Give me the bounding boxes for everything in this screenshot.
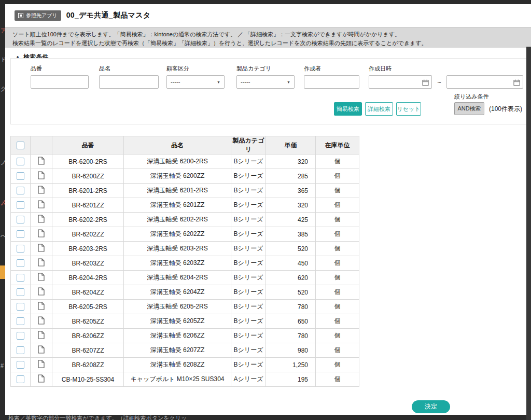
customer-category-select[interactable]: ----- ▼ [166,75,225,89]
row-checkbox[interactable] [17,201,24,209]
row-checkbox-cell[interactable] [11,285,31,300]
row-record-cell[interactable] [31,358,52,372]
table-row[interactable]: BR-6203ZZ深溝玉軸受 6203ZZBシリーズ450個 [11,256,359,271]
file-icon[interactable] [38,215,45,223]
table-row[interactable]: CB-M10-25-SS304キャップボルト M10×25 SUS304Aシリー… [11,372,359,387]
created-from-input[interactable] [369,75,432,89]
row-record-cell[interactable] [31,285,52,300]
row-checkbox-cell[interactable] [11,314,31,329]
file-icon[interactable] [38,229,45,237]
row-record-cell[interactable] [31,169,52,184]
row-checkbox-cell[interactable] [11,329,31,343]
row-checkbox-cell[interactable] [11,242,31,256]
confirm-button[interactable]: 決定 [412,400,450,413]
row-checkbox[interactable] [17,361,24,369]
calendar-icon[interactable] [513,79,520,88]
product-name-input[interactable] [99,75,159,89]
row-checkbox[interactable] [17,158,24,165]
row-record-cell[interactable] [31,213,52,227]
row-checkbox[interactable] [17,187,24,194]
cell-unit-price: 320 [266,198,316,213]
file-icon[interactable] [38,186,45,194]
cell-stock-unit: 個 [316,372,359,387]
row-checkbox[interactable] [17,317,24,325]
table-row[interactable]: BR-6204-2RS深溝玉軸受 6204-2RSBシリーズ620個 [11,271,359,285]
row-record-cell[interactable] [31,227,52,242]
and-search-button[interactable]: AND検索 [454,102,484,115]
file-icon[interactable] [38,331,45,339]
row-checkbox-cell[interactable] [11,227,31,242]
select-all-checkbox[interactable] [17,142,24,149]
row-checkbox-cell[interactable] [11,343,31,358]
row-checkbox[interactable] [17,259,24,267]
row-record-cell[interactable] [31,256,52,271]
row-checkbox-cell[interactable] [11,155,31,169]
row-record-cell[interactable] [31,372,52,387]
row-record-cell[interactable] [31,198,52,213]
reference-app-badge-label: 参照先アプリ [26,12,58,19]
product-name-label: 品名 [99,65,159,73]
row-record-cell[interactable] [31,155,52,169]
row-checkbox[interactable] [17,216,24,223]
file-icon[interactable] [38,374,45,383]
table-row[interactable]: BR-6201ZZ深溝玉軸受 6201ZZBシリーズ320個 [11,198,359,213]
file-icon[interactable] [38,244,45,252]
file-icon[interactable] [38,157,45,165]
table-row[interactable]: BR-6200-2RS深溝玉軸受 6200-2RSBシリーズ320個 [11,155,359,169]
row-checkbox[interactable] [17,245,24,253]
file-icon[interactable] [38,273,45,281]
row-checkbox-cell[interactable] [11,256,31,271]
table-row[interactable]: BR-6205-2RS深溝玉軸受 6205-2RSBシリーズ780個 [11,300,359,314]
file-icon[interactable] [38,200,45,208]
row-record-cell[interactable] [31,314,52,329]
calendar-icon[interactable] [422,79,429,88]
select-all-cell[interactable] [11,136,31,155]
file-icon[interactable] [38,258,45,267]
row-checkbox[interactable] [17,288,24,296]
table-row[interactable]: BR-6204ZZ深溝玉軸受 6204ZZBシリーズ520個 [11,285,359,300]
creator-input[interactable] [304,75,359,89]
product-category-select[interactable]: ----- ▼ [236,75,295,89]
row-checkbox-cell[interactable] [11,213,31,227]
row-record-cell[interactable] [31,242,52,256]
row-checkbox-cell[interactable] [11,184,31,198]
table-row[interactable]: BR-6205ZZ深溝玉軸受 6205ZZBシリーズ650個 [11,314,359,329]
row-record-cell[interactable] [31,343,52,358]
file-icon[interactable] [38,345,45,354]
simple-search-button[interactable]: 簡易検索 [334,102,362,116]
table-row[interactable]: BR-6208ZZ深溝玉軸受 6208ZZBシリーズ1,250個 [11,358,359,372]
row-record-cell[interactable] [31,271,52,285]
row-checkbox[interactable] [17,274,24,282]
file-icon[interactable] [38,287,45,296]
table-row[interactable]: BR-6203-2RS深溝玉軸受 6203-2RSBシリーズ520個 [11,242,359,256]
detail-search-button[interactable]: 詳細検索 [365,102,393,116]
table-row[interactable]: BR-6206ZZ深溝玉軸受 6206ZZBシリーズ780個 [11,329,359,343]
reset-button[interactable]: リセット [396,102,421,116]
row-checkbox[interactable] [17,375,24,383]
table-row[interactable]: BR-6207ZZ深溝玉軸受 6207ZZBシリーズ980個 [11,343,359,358]
table-row[interactable]: BR-6202-2RS深溝玉軸受 6202-2RSBシリーズ425個 [11,213,359,227]
row-checkbox-cell[interactable] [11,300,31,314]
part-number-input[interactable] [31,75,89,89]
row-record-cell[interactable] [31,329,52,343]
row-checkbox-cell[interactable] [11,358,31,372]
table-row[interactable]: BR-6200ZZ深溝玉軸受 6200ZZBシリーズ285個 [11,169,359,184]
file-icon[interactable] [38,360,45,368]
row-record-cell[interactable] [31,184,52,198]
row-checkbox[interactable] [17,172,24,180]
row-checkbox[interactable] [17,230,24,238]
file-icon[interactable] [38,316,45,325]
created-to-input[interactable] [446,75,523,89]
file-icon[interactable] [38,171,45,179]
row-record-cell[interactable] [31,300,52,314]
row-checkbox-cell[interactable] [11,372,31,387]
file-icon[interactable] [38,302,45,310]
table-row[interactable]: BR-6202ZZ深溝玉軸受 6202ZZBシリーズ385個 [11,227,359,242]
row-checkbox-cell[interactable] [11,198,31,213]
row-checkbox-cell[interactable] [11,271,31,285]
row-checkbox-cell[interactable] [11,169,31,184]
row-checkbox[interactable] [17,346,24,354]
row-checkbox[interactable] [17,332,24,340]
table-row[interactable]: BR-6201-2RS深溝玉軸受 6201-2RSBシリーズ365個 [11,184,359,198]
row-checkbox[interactable] [17,303,24,311]
